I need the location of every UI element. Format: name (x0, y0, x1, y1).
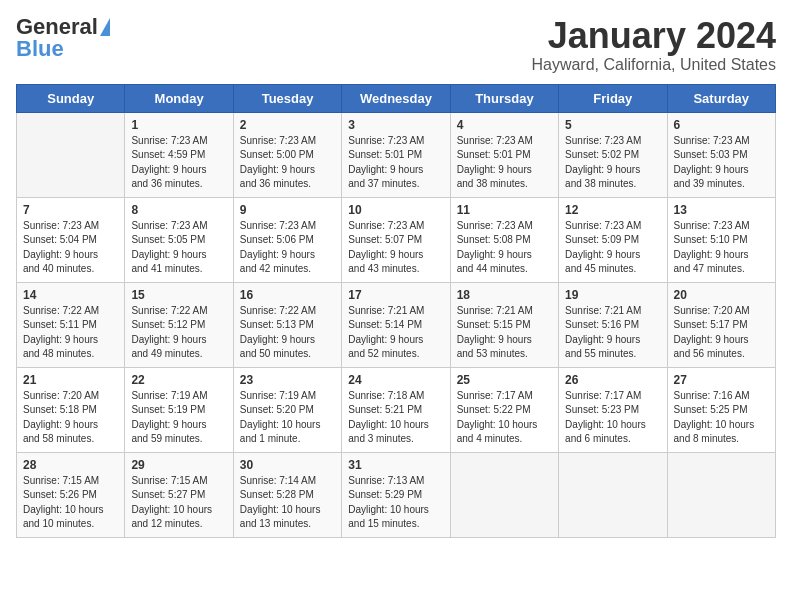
calendar-cell: 31Sunrise: 7:13 AMSunset: 5:29 PMDayligh… (342, 452, 450, 537)
day-number: 9 (240, 203, 335, 217)
calendar-cell: 23Sunrise: 7:19 AMSunset: 5:20 PMDayligh… (233, 367, 341, 452)
day-info: Sunrise: 7:21 AMSunset: 5:14 PMDaylight:… (348, 304, 443, 362)
day-info: Sunrise: 7:23 AMSunset: 5:09 PMDaylight:… (565, 219, 660, 277)
day-info: Sunrise: 7:17 AMSunset: 5:23 PMDaylight:… (565, 389, 660, 447)
calendar-cell: 22Sunrise: 7:19 AMSunset: 5:19 PMDayligh… (125, 367, 233, 452)
day-number: 31 (348, 458, 443, 472)
day-info: Sunrise: 7:23 AMSunset: 5:00 PMDaylight:… (240, 134, 335, 192)
header-day-thursday: Thursday (450, 84, 558, 112)
day-info: Sunrise: 7:13 AMSunset: 5:29 PMDaylight:… (348, 474, 443, 532)
day-number: 10 (348, 203, 443, 217)
week-row-3: 14Sunrise: 7:22 AMSunset: 5:11 PMDayligh… (17, 282, 776, 367)
calendar-cell: 30Sunrise: 7:14 AMSunset: 5:28 PMDayligh… (233, 452, 341, 537)
page-header: General Blue January 2024 Hayward, Calif… (16, 16, 776, 74)
day-info: Sunrise: 7:15 AMSunset: 5:27 PMDaylight:… (131, 474, 226, 532)
day-number: 1 (131, 118, 226, 132)
calendar-cell (17, 112, 125, 197)
week-row-1: 1Sunrise: 7:23 AMSunset: 4:59 PMDaylight… (17, 112, 776, 197)
day-number: 5 (565, 118, 660, 132)
day-info: Sunrise: 7:20 AMSunset: 5:18 PMDaylight:… (23, 389, 118, 447)
day-info: Sunrise: 7:22 AMSunset: 5:11 PMDaylight:… (23, 304, 118, 362)
title-block: January 2024 Hayward, California, United… (531, 16, 776, 74)
page-title: January 2024 (531, 16, 776, 56)
day-number: 18 (457, 288, 552, 302)
calendar-cell: 3Sunrise: 7:23 AMSunset: 5:01 PMDaylight… (342, 112, 450, 197)
day-info: Sunrise: 7:15 AMSunset: 5:26 PMDaylight:… (23, 474, 118, 532)
day-info: Sunrise: 7:23 AMSunset: 5:02 PMDaylight:… (565, 134, 660, 192)
calendar-cell: 13Sunrise: 7:23 AMSunset: 5:10 PMDayligh… (667, 197, 775, 282)
day-number: 21 (23, 373, 118, 387)
day-number: 12 (565, 203, 660, 217)
day-info: Sunrise: 7:18 AMSunset: 5:21 PMDaylight:… (348, 389, 443, 447)
logo-general-text: General (16, 16, 98, 38)
calendar-cell: 7Sunrise: 7:23 AMSunset: 5:04 PMDaylight… (17, 197, 125, 282)
day-number: 25 (457, 373, 552, 387)
day-number: 27 (674, 373, 769, 387)
day-number: 28 (23, 458, 118, 472)
header-day-monday: Monday (125, 84, 233, 112)
calendar-body: 1Sunrise: 7:23 AMSunset: 4:59 PMDaylight… (17, 112, 776, 537)
day-info: Sunrise: 7:19 AMSunset: 5:20 PMDaylight:… (240, 389, 335, 447)
calendar-cell: 27Sunrise: 7:16 AMSunset: 5:25 PMDayligh… (667, 367, 775, 452)
calendar-cell (667, 452, 775, 537)
day-info: Sunrise: 7:23 AMSunset: 5:05 PMDaylight:… (131, 219, 226, 277)
day-number: 24 (348, 373, 443, 387)
calendar-cell: 11Sunrise: 7:23 AMSunset: 5:08 PMDayligh… (450, 197, 558, 282)
calendar-cell: 28Sunrise: 7:15 AMSunset: 5:26 PMDayligh… (17, 452, 125, 537)
week-row-4: 21Sunrise: 7:20 AMSunset: 5:18 PMDayligh… (17, 367, 776, 452)
day-info: Sunrise: 7:23 AMSunset: 4:59 PMDaylight:… (131, 134, 226, 192)
calendar-cell: 24Sunrise: 7:18 AMSunset: 5:21 PMDayligh… (342, 367, 450, 452)
logo-triangle-icon (100, 18, 110, 36)
day-info: Sunrise: 7:14 AMSunset: 5:28 PMDaylight:… (240, 474, 335, 532)
page-subtitle: Hayward, California, United States (531, 56, 776, 74)
day-info: Sunrise: 7:22 AMSunset: 5:12 PMDaylight:… (131, 304, 226, 362)
day-info: Sunrise: 7:22 AMSunset: 5:13 PMDaylight:… (240, 304, 335, 362)
day-info: Sunrise: 7:23 AMSunset: 5:08 PMDaylight:… (457, 219, 552, 277)
calendar-cell: 8Sunrise: 7:23 AMSunset: 5:05 PMDaylight… (125, 197, 233, 282)
day-number: 2 (240, 118, 335, 132)
calendar-cell: 6Sunrise: 7:23 AMSunset: 5:03 PMDaylight… (667, 112, 775, 197)
day-info: Sunrise: 7:20 AMSunset: 5:17 PMDaylight:… (674, 304, 769, 362)
day-number: 29 (131, 458, 226, 472)
week-row-5: 28Sunrise: 7:15 AMSunset: 5:26 PMDayligh… (17, 452, 776, 537)
calendar-cell: 18Sunrise: 7:21 AMSunset: 5:15 PMDayligh… (450, 282, 558, 367)
day-number: 3 (348, 118, 443, 132)
header-row: SundayMondayTuesdayWednesdayThursdayFrid… (17, 84, 776, 112)
day-info: Sunrise: 7:23 AMSunset: 5:01 PMDaylight:… (348, 134, 443, 192)
calendar-cell: 10Sunrise: 7:23 AMSunset: 5:07 PMDayligh… (342, 197, 450, 282)
calendar-cell: 2Sunrise: 7:23 AMSunset: 5:00 PMDaylight… (233, 112, 341, 197)
logo: General Blue (16, 16, 110, 60)
day-info: Sunrise: 7:23 AMSunset: 5:03 PMDaylight:… (674, 134, 769, 192)
calendar-cell: 19Sunrise: 7:21 AMSunset: 5:16 PMDayligh… (559, 282, 667, 367)
day-number: 15 (131, 288, 226, 302)
day-info: Sunrise: 7:23 AMSunset: 5:10 PMDaylight:… (674, 219, 769, 277)
header-day-saturday: Saturday (667, 84, 775, 112)
calendar-cell: 14Sunrise: 7:22 AMSunset: 5:11 PMDayligh… (17, 282, 125, 367)
day-info: Sunrise: 7:16 AMSunset: 5:25 PMDaylight:… (674, 389, 769, 447)
day-info: Sunrise: 7:23 AMSunset: 5:04 PMDaylight:… (23, 219, 118, 277)
day-info: Sunrise: 7:21 AMSunset: 5:15 PMDaylight:… (457, 304, 552, 362)
calendar-cell: 26Sunrise: 7:17 AMSunset: 5:23 PMDayligh… (559, 367, 667, 452)
logo-blue-text: Blue (16, 38, 64, 60)
day-number: 13 (674, 203, 769, 217)
calendar-cell: 4Sunrise: 7:23 AMSunset: 5:01 PMDaylight… (450, 112, 558, 197)
header-day-wednesday: Wednesday (342, 84, 450, 112)
calendar-cell: 21Sunrise: 7:20 AMSunset: 5:18 PMDayligh… (17, 367, 125, 452)
calendar-header: SundayMondayTuesdayWednesdayThursdayFrid… (17, 84, 776, 112)
day-number: 19 (565, 288, 660, 302)
calendar-cell: 25Sunrise: 7:17 AMSunset: 5:22 PMDayligh… (450, 367, 558, 452)
header-day-tuesday: Tuesday (233, 84, 341, 112)
calendar-cell: 12Sunrise: 7:23 AMSunset: 5:09 PMDayligh… (559, 197, 667, 282)
calendar-cell: 5Sunrise: 7:23 AMSunset: 5:02 PMDaylight… (559, 112, 667, 197)
day-number: 22 (131, 373, 226, 387)
header-day-sunday: Sunday (17, 84, 125, 112)
day-number: 20 (674, 288, 769, 302)
day-number: 6 (674, 118, 769, 132)
calendar-cell: 20Sunrise: 7:20 AMSunset: 5:17 PMDayligh… (667, 282, 775, 367)
day-info: Sunrise: 7:23 AMSunset: 5:07 PMDaylight:… (348, 219, 443, 277)
calendar-cell: 17Sunrise: 7:21 AMSunset: 5:14 PMDayligh… (342, 282, 450, 367)
week-row-2: 7Sunrise: 7:23 AMSunset: 5:04 PMDaylight… (17, 197, 776, 282)
day-number: 17 (348, 288, 443, 302)
day-number: 8 (131, 203, 226, 217)
day-number: 7 (23, 203, 118, 217)
